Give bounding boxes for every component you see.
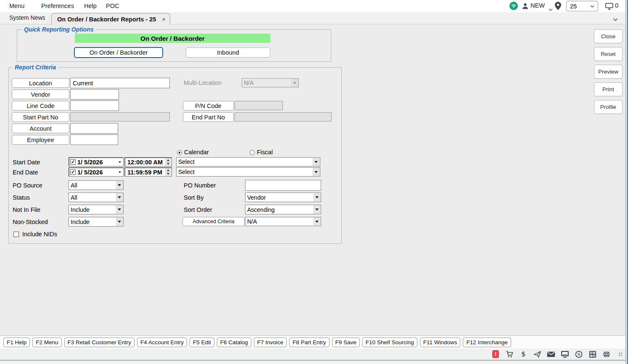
start-range-arrow-icon[interactable] xyxy=(313,158,319,166)
mail-icon[interactable] xyxy=(547,350,555,359)
end-range-arrow-icon[interactable] xyxy=(313,168,319,176)
f1-help-button[interactable]: F1 Help xyxy=(3,338,30,347)
tab-close-icon[interactable]: × xyxy=(162,16,166,22)
profile-button[interactable]: Profile xyxy=(594,100,623,114)
sort-by-value: Vendor xyxy=(247,194,321,201)
s-circle-icon[interactable]: S xyxy=(575,350,583,359)
status-arrow-icon[interactable] xyxy=(116,193,123,201)
menu-item-preferences[interactable]: Preferences xyxy=(41,3,74,9)
non-stocked-select[interactable]: Include xyxy=(69,217,124,227)
advanced-criteria-arrow-icon[interactable] xyxy=(314,218,320,225)
end-date-checkbox-checked-icon[interactable]: ✓ xyxy=(70,169,76,175)
calculator-icon[interactable] xyxy=(588,350,597,359)
menu-item-menu[interactable]: Menu xyxy=(9,3,24,9)
f9-save-button[interactable]: F9 Save xyxy=(332,338,360,347)
po-source-arrow-icon[interactable] xyxy=(116,181,123,189)
globe-icon[interactable] xyxy=(602,350,611,359)
po-number-input[interactable] xyxy=(245,180,321,191)
account-button[interactable]: Account xyxy=(12,124,69,133)
end-date-value: 1/ 5/2026 xyxy=(77,169,116,176)
f2-menu-button[interactable]: F2 Menu xyxy=(32,338,61,347)
start-date-checkbox-checked-icon[interactable]: ✓ xyxy=(70,159,76,165)
po-source-select[interactable]: All xyxy=(69,180,124,190)
inbound-button[interactable]: Inbound xyxy=(186,47,270,58)
user-chevron-down-icon[interactable] xyxy=(549,5,553,13)
connection-status-icon xyxy=(509,2,518,12)
f10-shelf-sourcing-button[interactable]: F10 Shelf Sourcing xyxy=(362,338,417,347)
po-source-value: All xyxy=(71,182,123,189)
po-number-label: PO Number xyxy=(184,182,216,189)
close-button[interactable]: Close xyxy=(594,29,623,43)
tab-separator xyxy=(47,13,51,24)
tab-on-order-backorder-reports[interactable]: On Order / Backorder Reports - 25 × xyxy=(51,13,170,25)
location-button[interactable]: Location xyxy=(12,78,69,88)
line-code-input[interactable] xyxy=(70,100,119,111)
vendor-button[interactable]: Vendor xyxy=(12,90,69,99)
calendar-radio[interactable] xyxy=(177,150,182,155)
account-input[interactable] xyxy=(70,123,118,134)
f3-retail-customer-button[interactable]: F3 Retail Customer Entry xyxy=(64,338,135,347)
start-part-no-button[interactable]: Start Part No xyxy=(12,112,69,122)
tab-system-news[interactable]: System News xyxy=(9,14,45,21)
preview-button[interactable]: Preview xyxy=(594,65,623,79)
f7-invoice-button[interactable]: F7 Invoice xyxy=(254,338,287,347)
terminal-select[interactable]: 25 xyxy=(566,1,598,11)
reset-button[interactable]: Reset xyxy=(594,47,623,61)
f11-windows-button[interactable]: F11 Windows xyxy=(420,338,461,347)
cart-icon[interactable] xyxy=(505,350,514,359)
f5-edit-button[interactable]: F5 Edit xyxy=(190,338,214,347)
employee-button[interactable]: Employee xyxy=(12,135,69,145)
end-time-spin-buttons[interactable] xyxy=(165,169,171,176)
menu-item-poc[interactable]: POC xyxy=(106,3,119,9)
on-order-backorder-button[interactable]: On Order / Backorder xyxy=(74,47,163,58)
start-range-select[interactable]: Select xyxy=(176,157,320,166)
send-icon[interactable] xyxy=(533,350,541,359)
start-time-spinner[interactable]: 12:00:00 AM xyxy=(124,157,172,166)
vendor-input[interactable] xyxy=(70,89,119,100)
sort-order-arrow-icon[interactable] xyxy=(314,206,320,214)
f12-interchange-button[interactable]: F12 Interchange xyxy=(463,338,511,347)
dollar-icon[interactable]: $ xyxy=(519,350,528,359)
resize-grip-icon[interactable] xyxy=(619,353,622,356)
employee-input[interactable] xyxy=(70,135,118,145)
start-time-spin-buttons[interactable] xyxy=(165,158,171,166)
pn-code-button[interactable]: P/N Code xyxy=(183,101,234,111)
calendar-radio-label: Calendar xyxy=(184,149,209,156)
end-part-no-button[interactable]: End Part No xyxy=(183,112,234,122)
advanced-criteria-button[interactable]: Advanced Criteria xyxy=(182,217,245,226)
non-stocked-arrow-icon[interactable] xyxy=(116,218,123,226)
end-range-select[interactable]: Select xyxy=(176,167,320,177)
f6-catalog-button[interactable]: F6 Catalog xyxy=(217,338,251,347)
po-source-label: PO Source xyxy=(13,182,42,189)
end-date-picker[interactable]: ✓ 1/ 5/2026 xyxy=(69,167,124,177)
location-input[interactable]: Current xyxy=(70,78,170,88)
sort-order-value: Ascending xyxy=(247,206,321,213)
report-content: Quick Reporting Options On Order / Backo… xyxy=(0,24,628,335)
terminal-icon[interactable] xyxy=(561,350,569,359)
start-date-picker[interactable]: ✓ 1/ 5/2026 xyxy=(69,157,124,166)
end-date-dropdown-arrow-icon[interactable] xyxy=(116,171,123,173)
not-in-file-arrow-icon[interactable] xyxy=(116,206,123,214)
terminal-select-value: 25 xyxy=(570,3,590,10)
status-select[interactable]: All xyxy=(69,193,124,202)
sort-order-select[interactable]: Ascending xyxy=(245,205,321,214)
advanced-criteria-select[interactable]: N/A xyxy=(245,217,321,226)
alert-icon[interactable]: ! xyxy=(491,350,500,359)
not-in-file-select[interactable]: Include xyxy=(69,205,124,214)
menu-item-help[interactable]: Help xyxy=(84,3,97,9)
end-time-spinner[interactable]: 11:59:59 PM xyxy=(124,167,172,177)
user-menu[interactable]: NEW xyxy=(530,2,545,9)
status-bar: ! $ S xyxy=(0,348,628,361)
quick-options-title: Quick Reporting Options xyxy=(22,26,96,33)
fiscal-radio[interactable] xyxy=(250,150,255,155)
include-nids-checkbox[interactable] xyxy=(13,232,19,237)
start-date-dropdown-arrow-icon[interactable] xyxy=(116,161,123,163)
line-code-button[interactable]: Line Code xyxy=(12,101,69,111)
print-button[interactable]: Print xyxy=(594,82,623,96)
sort-by-arrow-icon[interactable] xyxy=(314,193,320,201)
collapse-chevron-down-icon[interactable] xyxy=(613,15,618,23)
location-pin-icon[interactable] xyxy=(555,2,561,12)
sort-by-select[interactable]: Vendor xyxy=(245,193,321,202)
f8-part-entry-button[interactable]: F8 Part Entry xyxy=(289,338,330,347)
f4-account-entry-button[interactable]: F4 Account Entry xyxy=(137,338,187,347)
